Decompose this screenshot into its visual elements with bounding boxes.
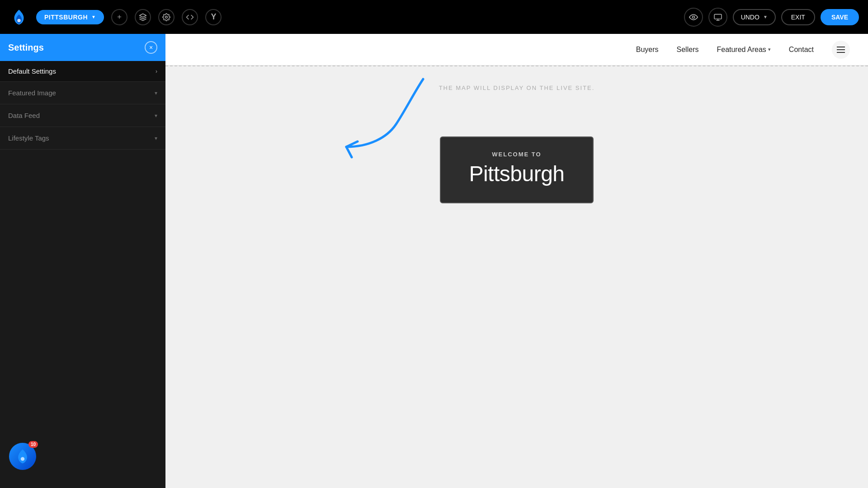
device-toggle-button[interactable]: [708, 8, 727, 27]
featured-image-accordion[interactable]: Featured Image ▾: [0, 82, 165, 104]
svg-point-0: [17, 19, 21, 22]
preview-button[interactable]: [684, 8, 703, 27]
svg-rect-3: [714, 14, 722, 19]
welcome-to-label: WELCOME TO: [468, 151, 566, 158]
y-brand-icon[interactable]: Y: [205, 9, 222, 25]
nav-featured-areas[interactable]: Featured Areas ▾: [717, 46, 770, 54]
site-navbar: Buyers Sellers Featured Areas ▾ Contact: [165, 34, 868, 66]
chevron-down-icon: ▾: [155, 113, 157, 119]
city-name: Pittsburgh: [468, 161, 566, 186]
nav-contact[interactable]: Contact: [789, 46, 814, 54]
settings-header: Settings ×: [0, 34, 165, 61]
avatar[interactable]: 10: [9, 443, 36, 470]
map-placeholder-text: THE MAP WILL DISPLAY ON THE LIVE SITE.: [439, 84, 595, 91]
exit-button[interactable]: EXIT: [781, 9, 815, 25]
notification-badge: 10: [28, 441, 38, 448]
lifestyle-tags-accordion[interactable]: Lifestyle Tags ▾: [0, 127, 165, 150]
chevron-down-icon: ▼: [91, 14, 96, 19]
hamburger-menu-button[interactable]: [832, 41, 850, 59]
app-logo[interactable]: [9, 7, 29, 27]
topbar: PITTSBURGH ▼ ＋ Y: [0, 0, 868, 34]
default-settings-row[interactable]: Default Settings ›: [0, 61, 165, 82]
city-selector-button[interactable]: PITTSBURGH ▼: [36, 10, 104, 24]
preview-content: THE MAP WILL DISPLAY ON THE LIVE SITE. W…: [165, 66, 868, 203]
welcome-card: WELCOME TO Pittsburgh: [440, 136, 594, 203]
save-button[interactable]: SAVE: [821, 9, 859, 25]
chevron-down-icon: ▼: [763, 14, 768, 19]
chevron-right-icon: ›: [156, 68, 157, 75]
code-icon[interactable]: [182, 9, 198, 25]
nav-sellers[interactable]: Sellers: [677, 46, 699, 54]
main-area: Settings × Default Settings › Featured I…: [0, 34, 868, 488]
nav-buyers[interactable]: Buyers: [636, 46, 659, 54]
chevron-down-icon: ▾: [768, 47, 771, 52]
settings-icon[interactable]: [158, 9, 175, 25]
undo-button[interactable]: UNDO ▼: [733, 9, 776, 25]
settings-close-button[interactable]: ×: [145, 41, 157, 54]
sidebar-bottom: 10: [9, 443, 36, 470]
sidebar: Settings × Default Settings › Featured I…: [0, 34, 165, 488]
svg-point-4: [21, 457, 24, 460]
svg-point-2: [692, 16, 694, 18]
preview-area: Buyers Sellers Featured Areas ▾ Contact …: [165, 34, 868, 488]
chevron-down-icon: ▾: [155, 135, 157, 141]
add-icon[interactable]: ＋: [111, 9, 127, 25]
data-feed-accordion[interactable]: Data Feed ▾: [0, 104, 165, 127]
settings-title: Settings: [8, 42, 44, 53]
layers-icon[interactable]: [135, 9, 151, 25]
svg-point-1: [165, 16, 168, 18]
chevron-down-icon: ▾: [155, 90, 157, 96]
